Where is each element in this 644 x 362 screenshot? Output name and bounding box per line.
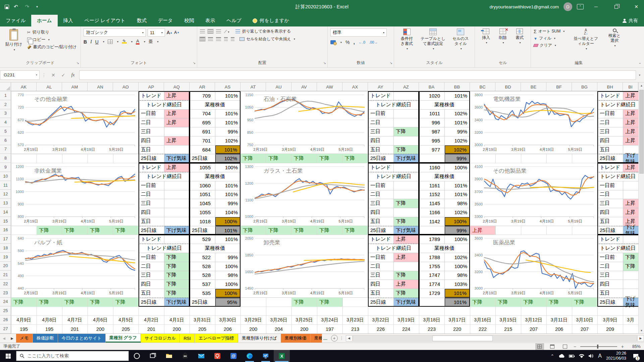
industry-line-chart[interactable]: 36003400320030002月19日3月19日4月19日5月19日医薬品業 — [470, 235, 597, 297]
industry-line-chart[interactable]: 410039003700350033002月19日3月19日4月19日5月19日… — [470, 163, 597, 226]
count-cell[interactable]: 197 — [317, 324, 342, 334]
column-header[interactable]: AW — [317, 82, 342, 91]
count-cell[interactable]: 195 — [37, 324, 62, 334]
column-header[interactable]: BC — [470, 82, 495, 91]
date-cell[interactable]: 3月19日 — [393, 316, 419, 325]
zoom-level[interactable]: 85% — [628, 344, 641, 349]
collapse-ribbon-icon[interactable]: ⌃ — [639, 62, 641, 66]
trend-strip-cell[interactable]: 下降 — [317, 298, 342, 307]
fill-color-icon[interactable] — [122, 40, 127, 44]
align-right-icon[interactable] — [216, 37, 221, 41]
count-cell[interactable]: 209 — [597, 324, 623, 334]
number-dialog-launcher-icon[interactable]: ↘ — [390, 61, 392, 65]
row-header[interactable]: 23 — [0, 289, 11, 298]
font-name-select[interactable]: 游ゴシック▾ — [84, 28, 146, 37]
row-header[interactable]: 1 — [0, 91, 11, 100]
sheet-tab-overflow[interactable]: … — [322, 334, 329, 343]
date-cell[interactable]: 3月 — [623, 316, 638, 325]
count-cell[interactable]: 223 — [419, 324, 444, 334]
format-as-table-button[interactable]: テーブルとして書式設定▾ — [417, 28, 449, 60]
at-app-icon[interactable]: @ — [225, 350, 241, 362]
cell-styles-button[interactable]: セルのスタイル▾ — [449, 28, 472, 60]
trend-strip-cell[interactable]: 下降 — [113, 226, 139, 235]
date-cell[interactable]: 3月22日 — [368, 316, 393, 325]
volume-icon[interactable] — [589, 354, 594, 358]
increase-font-icon[interactable]: A▲ — [167, 28, 172, 37]
ribbon-tab-item[interactable]: ページ レイアウト — [79, 15, 131, 26]
orientation-icon[interactable]: ⟋▾ — [224, 29, 229, 34]
industry-line-chart[interactable]: 13001200110010002月19日3月19日4月19日5月19日ガラス・… — [240, 163, 368, 226]
select-all-corner[interactable] — [0, 82, 11, 91]
sheet-tab[interactable]: 今日のまとめサイト — [58, 334, 106, 343]
date-cell[interactable]: 4月5日 — [113, 316, 139, 325]
action-center-icon[interactable]: 1 — [631, 350, 641, 362]
increase-indent-icon[interactable] — [231, 37, 234, 41]
industry-line-chart[interactable]: 6405905404904402月19日3月19日4月19日5月19日パルプ・紙 — [11, 235, 139, 297]
paste-button[interactable]: 貼り付け▾ — [3, 28, 25, 60]
column-header[interactable]: AV — [291, 82, 317, 91]
date-cell[interactable]: 3月15日 — [495, 316, 521, 325]
row-header[interactable]: 3 — [0, 109, 11, 118]
wrap-text-button[interactable]: 折り返して全体を表示する — [235, 28, 291, 34]
trend-strip-cell[interactable]: 下降 — [342, 154, 368, 163]
row-header[interactable]: 17 — [0, 235, 11, 244]
ribbon-tab-item[interactable]: 校閲 — [178, 15, 200, 26]
currency-icon[interactable] — [330, 40, 336, 44]
count-cell[interactable]: 220 — [444, 324, 470, 334]
excel-icon[interactable]: X — [274, 350, 290, 362]
count-cell[interactable]: 224 — [393, 324, 419, 334]
start-button[interactable] — [0, 350, 16, 362]
count-cell[interactable]: 201 — [139, 324, 164, 334]
row-header[interactable]: 12 — [0, 190, 11, 199]
date-cell[interactable]: 3月23日 — [342, 316, 368, 325]
minimize-button[interactable]: ─ — [588, 0, 604, 13]
column-header[interactable]: AN — [88, 82, 113, 91]
ribbon-tab-item[interactable]: 数式 — [131, 15, 152, 26]
column-header[interactable]: AO — [113, 82, 139, 91]
expand-formula-bar-icon[interactable]: ▾ — [636, 73, 643, 77]
sheet-nav-right-icon[interactable]: ▶ — [8, 334, 16, 343]
row-header[interactable]: 27 — [0, 324, 11, 334]
scroll-down-icon[interactable]: ▼ — [639, 327, 644, 334]
ribbon-tab-item[interactable]: データ — [152, 15, 178, 26]
pc-app-icon[interactable] — [258, 350, 274, 362]
count-cell[interactable]: 200 — [291, 324, 317, 334]
column-header[interactable]: AT — [240, 82, 266, 91]
count-cell[interactable]: 201 — [62, 324, 88, 334]
restore-button[interactable] — [608, 0, 624, 13]
count-cell[interactable]: 213 — [342, 324, 368, 334]
industry-line-chart[interactable]: 7707206706205702月19日3月19日4月19日5月19日その他金融… — [11, 91, 139, 154]
column-header[interactable]: AP — [139, 82, 164, 91]
comma-style-button[interactable]: , — [353, 39, 355, 45]
row-header[interactable]: 4 — [0, 118, 11, 127]
date-cell[interactable]: 3月9日 — [597, 316, 623, 325]
row-header[interactable]: 5 — [0, 127, 11, 136]
insert-function-icon[interactable]: fx — [68, 72, 77, 78]
taskbar-search-input[interactable]: ここに入力して検索 — [16, 351, 129, 361]
wifi-icon[interactable] — [579, 354, 584, 358]
trend-strip-cell[interactable]: 下降 — [113, 298, 139, 307]
row-header[interactable]: 18 — [0, 244, 11, 253]
column-header[interactable]: AY — [368, 82, 393, 91]
clear-button[interactable]: クリア▾ — [534, 43, 565, 48]
name-box[interactable]: G231▾ — [0, 70, 40, 80]
number-format-select[interactable]: 標準▾ — [330, 28, 387, 37]
sheet-tab[interactable]: メモ — [16, 334, 33, 343]
italic-button[interactable]: I — [90, 39, 92, 45]
vertical-scrollbar[interactable]: ▲ ▼ — [638, 82, 644, 334]
edge-icon[interactable] — [241, 350, 258, 362]
row-header[interactable]: 22 — [0, 280, 11, 289]
count-cell[interactable]: 205 — [190, 324, 215, 334]
count-cell[interactable]: 205 — [113, 324, 139, 334]
date-cell[interactable]: 3月30日 — [215, 316, 240, 325]
scroll-up-icon[interactable]: ▲ — [639, 82, 644, 88]
sheet-tab[interactable]: 株価診断 — [33, 334, 58, 343]
align-bottom-icon[interactable] — [216, 29, 221, 33]
date-cell[interactable]: 4月2日 — [139, 316, 164, 325]
normal-view-button[interactable] — [535, 343, 544, 350]
count-cell[interactable]: 200 — [88, 324, 113, 334]
date-cell[interactable]: 3月11日 — [546, 316, 572, 325]
trend-strip-cell[interactable]: 下降 — [266, 226, 291, 235]
sheet-tab[interactable]: エンベロープ指標 — [195, 334, 238, 343]
sheet-tab[interactable]: サイコロジカル — [141, 334, 180, 343]
